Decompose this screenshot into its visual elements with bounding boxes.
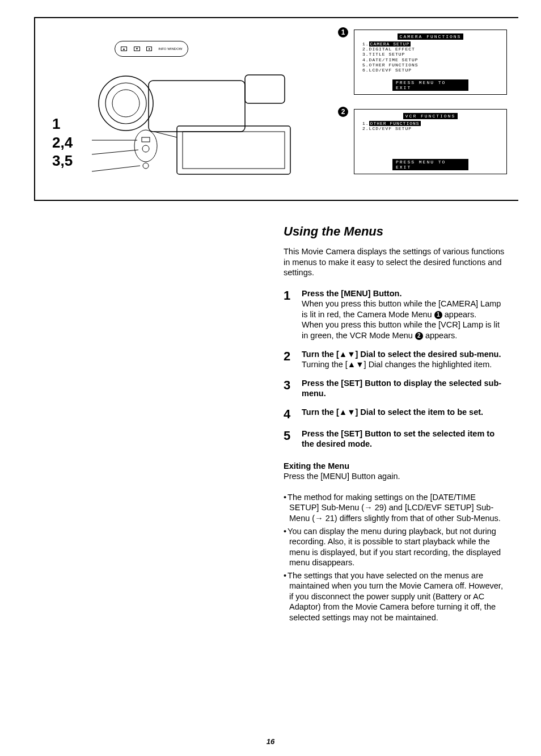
svg-rect-5 (177, 126, 290, 174)
callout-badge-1: 1 (338, 27, 348, 37)
menu1-title: CAMERA FUNCTIONS (398, 33, 464, 40)
camera-illustration: ▲▼● INFO WINDOW (58, 24, 307, 188)
diagram-step-labels: 1 2,4 3,5 (52, 115, 73, 170)
inline-badge-2: 2 (415, 332, 423, 340)
menu2-footer: PRESS MENU TO EXIT (392, 159, 468, 170)
step-1: 1 Press the [MENU] Button. When you pres… (284, 288, 507, 341)
exiting-head: Exiting the Menu (284, 461, 507, 472)
callout-badge-2: 2 (338, 107, 348, 117)
steps-list: 1 Press the [MENU] Button. When you pres… (284, 288, 507, 450)
intro-paragraph: This Movie Camera displays the settings … (284, 246, 507, 278)
step-ref-35: 3,5 (52, 152, 73, 170)
exiting-body: Press the [MENU] Button again. (284, 471, 507, 482)
page-number: 16 (267, 737, 274, 746)
svg-point-8 (134, 130, 157, 162)
step1-head: Press the [MENU] Button. (302, 288, 507, 299)
svg-rect-6 (183, 132, 285, 169)
svg-rect-3 (149, 81, 245, 132)
svg-point-1 (105, 83, 146, 124)
svg-point-10 (142, 145, 149, 152)
section-title: Using the Menus (284, 224, 507, 240)
note-item: You can display the menu during playback… (284, 526, 507, 568)
menu1-footer: PRESS MENU TO EXIT (392, 79, 468, 91)
menu2-list: 1.OTHER FUNCTIONS 2.LCD/EVF SETUP (362, 121, 502, 131)
step-4: 4 Turn the [▲▼] Dial to select the item … (284, 407, 507, 421)
svg-line-13 (92, 150, 138, 154)
svg-rect-9 (142, 137, 150, 142)
svg-rect-4 (245, 75, 285, 103)
step-5: 5 Press the [SET] Button to set the sele… (284, 429, 507, 450)
step-ref-1: 1 (52, 115, 73, 133)
svg-point-11 (143, 163, 149, 169)
diagram-box: ▲▼● INFO WINDOW 1 (34, 17, 518, 201)
camera-functions-menu: CAMERA FUNCTIONS 1.CAMERA SETUP 2.DIGITA… (354, 30, 507, 95)
svg-point-2 (112, 90, 140, 117)
inline-badge-1: 1 (434, 311, 442, 319)
step-ref-24: 2,4 (52, 133, 73, 152)
step2-head: Turn the [▲▼] Dial to select the desired… (302, 349, 507, 360)
svg-line-14 (92, 166, 140, 171)
step3-head: Press the [SET] Button to display the se… (302, 378, 507, 399)
svg-point-0 (99, 76, 153, 131)
vcr-functions-menu: VCR FUNCTIONS 1.OTHER FUNCTIONS 2.LCD/EV… (354, 109, 507, 174)
step-3: 3 Press the [SET] Button to display the … (284, 378, 507, 399)
step-2: 2 Turn the [▲▼] Dial to select the desir… (284, 349, 507, 370)
notes-list: The method for making settings on the [D… (284, 492, 507, 623)
menu1-list: 1.CAMERA SETUP 2.DIGITAL EFFECT 3.TITLE … (362, 41, 502, 73)
step5-head: Press the [SET] Button to set the select… (302, 429, 507, 450)
camera-svg (92, 52, 307, 177)
manual-page: ▲▼● INFO WINDOW 1 (0, 0, 541, 756)
note-item: The method for making settings on the [D… (284, 492, 507, 524)
svg-line-7 (154, 132, 177, 137)
menu2-title: VCR FUNCTIONS (403, 113, 458, 119)
step4-head: Turn the [▲▼] Dial to select the item to… (302, 407, 507, 418)
content-column: Using the Menus This Movie Camera displa… (284, 224, 507, 623)
note-item: The settings that you have selected on t… (284, 570, 507, 623)
